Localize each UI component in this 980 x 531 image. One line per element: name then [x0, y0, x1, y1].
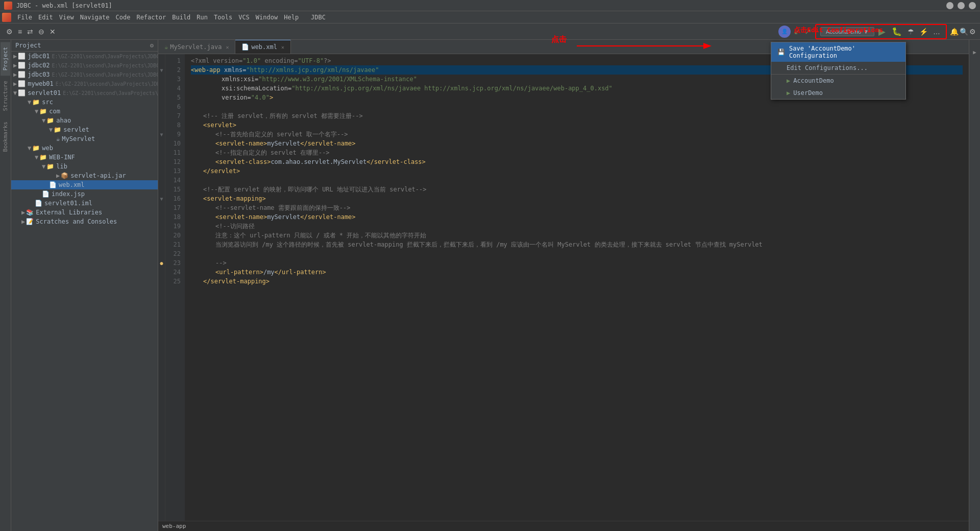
tree-item-lib[interactable]: ▼ 📁 lib [11, 162, 158, 171]
menu-navigate[interactable]: Navigate [77, 13, 113, 22]
servlet-api-label: servlet-api.jar [70, 172, 126, 179]
menu-run[interactable]: Run [193, 13, 211, 22]
webapp-footer-label: web-app [162, 523, 186, 529]
dropdown-edit-item[interactable]: Edit Configurations... [771, 62, 905, 75]
lib-label: lib [56, 163, 67, 170]
tree-item-iml[interactable]: 📄 servlet01.iml [11, 199, 158, 208]
code-line-9: <!--首先给自定义的 servlet 取一个名字--> [191, 130, 963, 139]
tree-item-servlet-api[interactable]: ▶ 📦 servlet-api.jar [11, 171, 158, 180]
menu-build[interactable]: Build [169, 13, 193, 22]
debug-button[interactable]: 🐛 [890, 27, 904, 36]
collapse-icon3: ▶ [13, 71, 17, 78]
tree-item-com[interactable]: ▼ 📁 com [11, 107, 158, 116]
menu-edit[interactable]: Edit [35, 13, 56, 22]
menu-help[interactable]: Help [281, 13, 302, 22]
jdbc03-label: jdbc03 [28, 71, 50, 78]
structure-tab[interactable]: Structure [1, 76, 10, 116]
settings-gear-btn[interactable]: ⚙ [969, 28, 976, 36]
expand-icon-servlet01: ▼ [13, 89, 17, 96]
minimize-btn[interactable] [946, 2, 953, 9]
menu-file[interactable]: File [14, 13, 35, 22]
menu-tools[interactable]: Tools [211, 13, 235, 22]
profiler-button[interactable]: ⚡ [918, 28, 929, 36]
tree-item-web[interactable]: ▼ 📁 web [11, 143, 158, 153]
dropdown-user-item[interactable]: ▶ UserDemo [771, 87, 905, 99]
tree-item-indexjsp[interactable]: 📄 index.jsp [11, 189, 158, 199]
tree-item-jdbc02[interactable]: ▶ ⬜ jdbc02 E:\GZ-2201\second\JavaProject… [11, 61, 158, 70]
close-btn[interactable] [969, 2, 976, 9]
toolbar-sync-btn[interactable]: ⇄ [25, 27, 35, 37]
user-avatar[interactable]: 👤 [778, 26, 791, 38]
tree-item-servlet01[interactable]: ▼ ⬜ servlet01 E:\GZ-2201\second\JavaProj… [11, 88, 158, 98]
project-header-title: Project [15, 42, 41, 49]
tree-item-extlibs[interactable]: ▶ 📚 External Libraries [11, 208, 158, 217]
webxml-tab[interactable]: 📄 web.xml ✕ [235, 40, 291, 54]
tree-item-src[interactable]: ▼ 📁 src [11, 98, 158, 107]
tree-item-scratches[interactable]: ▶ 📝 Scratches and Consoles [11, 217, 158, 226]
menu-view[interactable]: View [56, 13, 77, 22]
myservlet-tab[interactable]: ☕ MyServlet.java ✕ [158, 40, 235, 54]
collapse-extlibs: ▶ [21, 209, 25, 216]
scratches-icon: 📝 [26, 218, 34, 225]
dropdown-save-label: Save 'AccountDemo' Configuration [789, 45, 899, 59]
module-icon5: ⬜ [18, 89, 26, 96]
toolbar-layout-btn[interactable]: ≡ [16, 27, 24, 37]
click-annotation: 点击 [551, 35, 567, 44]
expand-icon-jar: ▶ [56, 172, 60, 179]
toolbar-settings-btn[interactable]: ⚙ [4, 27, 15, 37]
account-demo-label: AccountDemo [793, 77, 834, 84]
dropdown-account-item[interactable]: ▶ AccountDemo [771, 75, 905, 87]
tree-item-jdbc03[interactable]: ▶ ⬜ jdbc03 E:\GZ-2201\second\JavaProject… [11, 70, 158, 79]
menu-refactor[interactable]: Refactor [133, 13, 169, 22]
java-file-icon: ☕ [56, 135, 60, 142]
editor-content: ▼ ▼ ▼ ● 12345678910 11121314151617181920… [158, 54, 969, 521]
notification-btn[interactable]: 🔔 [950, 28, 959, 36]
module-icon: ⬜ [18, 53, 26, 60]
right-tab-1[interactable]: ▶ [969, 42, 981, 62]
expand-icon-ahao: ▼ [42, 117, 45, 124]
code-line-10: <servlet-name>myServlet</servlet-name> [191, 139, 963, 148]
maximize-btn[interactable] [958, 2, 965, 9]
code-line-14 [191, 176, 963, 185]
extlibs-label: External Libraries [36, 209, 102, 216]
project-tab[interactable]: Project [1, 42, 10, 76]
left-sidebar-tabs: Project Structure Bookmarks [0, 40, 11, 531]
iml-icon: 📄 [35, 200, 42, 207]
dropdown-save-item[interactable]: 💾 Save 'AccountDemo' Configuration [771, 42, 905, 62]
myservlet-tab-label: MyServlet.java [170, 43, 222, 51]
tree-item-webxml[interactable]: 📄 web.xml [11, 180, 158, 189]
search-everywhere-btn[interactable]: 🔍 [960, 28, 968, 36]
extlibs-icon: 📚 [26, 209, 34, 216]
tree-item-ahao[interactable]: ▼ 📁 ahao [11, 116, 158, 125]
menu-code[interactable]: Code [113, 13, 134, 22]
folder-icon-ahao: 📁 [46, 117, 54, 124]
tree-item-servlet-folder[interactable]: ▼ 📁 servlet [11, 125, 158, 134]
project-gear-icon[interactable]: ⚙ [150, 42, 154, 49]
run-icon-small: ▶ [787, 77, 790, 84]
project-panel: Project ⚙ ▶ ⬜ jdbc01 E:\GZ-2201\second\J… [11, 40, 158, 531]
code-editor[interactable]: <?xml version="1.0" encoding="UTF-8"?> <… [185, 54, 969, 521]
code-line-17: <!--servlet-name 需要跟前面的保持一致--> [191, 203, 963, 212]
dropdown-edit-label: Edit Configurations... [787, 64, 868, 71]
webxml-tab-close[interactable]: ✕ [281, 44, 284, 50]
menu-vcs[interactable]: VCS [235, 13, 253, 22]
xml-tab-icon: 📄 [241, 43, 249, 51]
toolbar-close-btn[interactable]: ✕ [47, 27, 58, 37]
tree-item-myweb01[interactable]: ▶ ⬜ myweb01 E:\GZ-2201\second\JavaProjec… [11, 79, 158, 88]
more-run-options[interactable]: … [932, 28, 942, 36]
app-logo [2, 13, 11, 22]
coverage-button[interactable]: ☂ [906, 28, 916, 36]
title-bar: JDBC - web.xml [servlet01] [0, 0, 980, 11]
jdbc01-label: jdbc01 [28, 53, 50, 60]
servlet-folder-label: servlet [63, 126, 89, 133]
bookmarks-tab[interactable]: Bookmarks [1, 116, 10, 157]
tree-item-jdbc01[interactable]: ▶ ⬜ jdbc01 E:\GZ-2201\second\JavaProject… [11, 52, 158, 61]
tree-item-myservlet[interactable]: ☕ MyServlet [11, 134, 158, 143]
myservlet-tab-close[interactable]: ✕ [226, 44, 229, 50]
tree-item-webinf[interactable]: ▼ 📁 WEB-INF [11, 153, 158, 162]
project-tree: ▶ ⬜ jdbc01 E:\GZ-2201\second\JavaProject… [11, 52, 158, 531]
menu-window[interactable]: Window [253, 13, 281, 22]
module-icon3: ⬜ [18, 71, 26, 78]
toolbar-collapse-btn[interactable]: ⊖ [36, 27, 46, 37]
collapse-icon4: ▶ [13, 80, 17, 87]
